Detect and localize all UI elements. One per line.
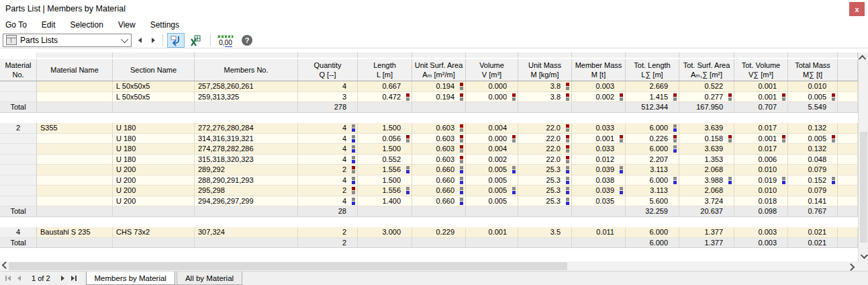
cell-material-no[interactable] (0, 155, 37, 165)
cell-members-no[interactable]: 315,318,320,323 (195, 155, 298, 165)
cell-volume[interactable]: 0.005 (466, 186, 518, 196)
cell-member-mass[interactable] (572, 102, 626, 113)
cell-total-mass[interactable]: 0.132 (788, 144, 838, 155)
cell-volume[interactable]: 0.000 (466, 81, 518, 92)
cell-unit-surf-area[interactable] (412, 238, 466, 249)
cell-material-no[interactable] (0, 144, 37, 155)
cell-volume[interactable]: 0.002 (466, 155, 518, 165)
cell-tot-volume[interactable]: 0.001 (734, 81, 788, 92)
cell-quantity[interactable]: 2 (298, 238, 358, 249)
parts-list-combobox[interactable]: Parts Lists (3, 34, 132, 47)
cell-tot-volume[interactable]: 0.017 (734, 144, 788, 155)
cell-quantity[interactable]: 3 (298, 92, 358, 103)
cell-tot-surf-area[interactable]: 1.377 (679, 227, 734, 238)
cell-tot-surf-area[interactable]: 3.724 (679, 196, 734, 207)
cell-members-no[interactable]: 272,276,280,284 (195, 123, 298, 134)
cell-tot-surf-area[interactable]: 167.950 (679, 102, 734, 113)
cell-tot-length[interactable]: 6.000 (626, 175, 679, 186)
cell-section-name[interactable] (113, 102, 195, 113)
cell-members-no[interactable]: 295,298 (195, 186, 298, 196)
cell-material-name[interactable] (37, 196, 113, 207)
cell-length[interactable]: 1.400 (358, 196, 412, 207)
cell-length[interactable]: 1.556 (358, 186, 412, 196)
horizontal-scrollbar-thumb[interactable] (9, 262, 567, 270)
cell-tot-surf-area[interactable]: 0.522 (679, 81, 734, 92)
cell-tot-surf-area[interactable]: 20.637 (679, 206, 734, 217)
cell-filler[interactable] (838, 196, 858, 207)
cell-member-mass[interactable] (572, 238, 626, 249)
cell-material-name[interactable] (37, 102, 113, 113)
column-header-filler[interactable] (838, 59, 858, 81)
cell-tot-surf-area[interactable]: 2.068 (679, 186, 734, 196)
cell-tot-volume[interactable]: 0.003 (734, 238, 788, 249)
cell-length[interactable]: 1.500 (358, 144, 412, 155)
cell-filler[interactable] (838, 123, 858, 134)
cell-tot-length[interactable]: 0.226 (626, 134, 679, 145)
cell-material-no[interactable]: Total (0, 238, 37, 249)
cell-length[interactable]: 3.000 (358, 227, 412, 238)
cell-quantity[interactable]: 4 (298, 134, 358, 145)
cell-filler[interactable] (838, 155, 858, 165)
cell-total-mass[interactable]: 5.549 (788, 102, 838, 113)
cell-unit-surf-area[interactable]: 0.194 (412, 81, 466, 92)
cell-material-name[interactable] (37, 206, 113, 217)
scroll-down-button[interactable] (859, 251, 868, 261)
column-header-unit-surf-area[interactable]: Unit Surf. AreaAₘ [m²/m] (412, 59, 466, 81)
cell-tot-length[interactable]: 2.207 (626, 155, 679, 165)
cell-material-no[interactable] (0, 175, 37, 186)
cell-unit-surf-area[interactable]: 0.603 (412, 155, 466, 165)
cell-material-name[interactable]: S355 (37, 123, 113, 134)
cell-volume[interactable] (466, 102, 518, 113)
cell-material-name[interactable] (37, 92, 113, 103)
cell-unit-surf-area[interactable] (412, 206, 466, 217)
cell-filler[interactable] (838, 144, 858, 155)
cell-unit-mass[interactable]: 22.0 (518, 134, 572, 145)
cell-filler[interactable] (838, 227, 858, 238)
cell-tot-volume[interactable]: 0.098 (734, 206, 788, 217)
vertical-scrollbar[interactable] (858, 52, 868, 261)
cell-tot-length[interactable]: 32.259 (626, 206, 679, 217)
cell-quantity[interactable]: 278 (298, 102, 358, 113)
next-table-button[interactable] (148, 34, 158, 46)
cell-volume[interactable] (466, 206, 518, 217)
cell-members-no[interactable]: 288,290,291,293 (195, 175, 298, 186)
cell-material-name[interactable] (37, 134, 113, 145)
column-header-member-mass[interactable]: Member MassM [t] (572, 59, 626, 81)
cell-tot-length[interactable]: 5.600 (626, 196, 679, 207)
cell-volume[interactable]: 0.000 (466, 92, 518, 103)
cell-length[interactable] (358, 206, 412, 217)
cell-section-name[interactable]: U 200 (113, 186, 195, 196)
cell-tot-surf-area[interactable]: 3.639 (679, 123, 734, 134)
column-header-section-name[interactable]: Section Name (113, 59, 195, 81)
cell-volume[interactable] (466, 238, 518, 249)
cell-material-name[interactable] (37, 165, 113, 175)
cell-material-no[interactable] (0, 186, 37, 196)
cell-unit-mass[interactable]: 22.0 (518, 144, 572, 155)
cell-section-name[interactable]: U 180 (113, 134, 195, 145)
cell-length[interactable] (358, 102, 412, 113)
cell-total-mass[interactable]: 0.021 (788, 227, 838, 238)
cell-members-no[interactable] (195, 102, 298, 113)
cell-members-no[interactable]: 257,258,260,261 (195, 81, 298, 92)
cell-tot-length[interactable]: 6.000 (626, 123, 679, 134)
menu-selection[interactable]: Selection (70, 20, 103, 30)
cell-volume[interactable]: 0.001 (466, 227, 518, 238)
cell-section-name[interactable]: U 180 (113, 123, 195, 134)
cell-section-name[interactable]: U 180 (113, 155, 195, 165)
cell-tot-volume[interactable]: 0.003 (734, 227, 788, 238)
cell-unit-mass[interactable]: 25.3 (518, 165, 572, 175)
cell-quantity[interactable]: 2 (298, 165, 358, 175)
cell-unit-mass[interactable]: 3.5 (518, 227, 572, 238)
cell-material-name[interactable] (37, 144, 113, 155)
cell-material-no[interactable] (0, 81, 37, 92)
cell-tot-surf-area[interactable]: 3.988 (679, 175, 734, 186)
cell-tot-length[interactable]: 2.669 (626, 81, 679, 92)
cell-volume[interactable]: 0.005 (466, 165, 518, 175)
cell-total-mass[interactable]: 0.141 (788, 196, 838, 207)
next-page-button[interactable] (61, 276, 64, 281)
cell-tot-volume[interactable]: 0.018 (734, 196, 788, 207)
menu-edit[interactable]: Edit (42, 20, 56, 30)
cell-filler[interactable] (838, 81, 858, 92)
horizontal-scrollbar[interactable] (0, 261, 858, 271)
cell-unit-mass[interactable]: 3.8 (518, 81, 572, 92)
